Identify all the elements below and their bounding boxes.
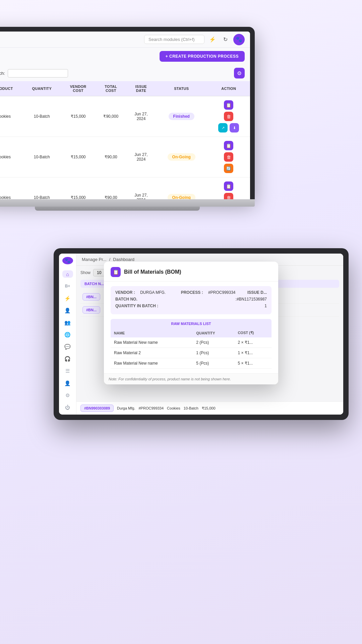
bom-batchno-label: BATCH NO. [115,297,137,302]
sidebar-item-list[interactable]: ☰ [62,367,73,375]
bom-material-cost: 5 × ₹1... [234,358,272,369]
cell-product: Cookies [0,96,22,137]
laptop-screen: ⚡ ↻ 🐾 + CREATE PRODUCTION PROCESS Search… [0,32,250,199]
bom-icon-btn[interactable]: 📋 [111,267,121,277]
bom-material-name: Raw Material 2 [111,348,193,358]
sidebar-item-batch[interactable]: B+ [62,282,73,290]
col-issue-date: ISSUEDATE [127,81,156,96]
cell-action: 📋 🗑 🔄 [207,177,250,200]
bottom-quantity: 10-Batch [184,406,198,410]
tablet-manage-label: Manage Pr... [82,257,107,262]
bom-qty-value: 1 [264,304,267,308]
refresh-btn[interactable]: 🔄 [224,164,233,173]
bom-material-cost: 2 × ₹1... [234,337,272,348]
create-btn-bar: + CREATE PRODUCTION PROCESS [0,48,250,65]
bom-batch-row: BATCH NO. :#BN1171536987 [115,297,267,302]
action-col: 📋 🗑 🔄 [210,140,247,174]
production-table-container: PRODUCT QUANTITY VENDORCOST TOTALCOST IS… [0,81,250,199]
cell-total-cost: ₹90,000 [95,96,127,137]
bom-raw-header: RAW MATERIALS LIST [111,319,272,328]
search-modules-input[interactable] [144,35,204,44]
bom-note: Note: For confidentiality of process, pr… [104,373,278,384]
bom-modal-header: 📋 Bill of Materials (BOM) [104,262,278,281]
bom-material-row: Raw Material New name 2 (Pcs) 2 × ₹1... [111,337,272,348]
laptop-base [0,199,255,207]
table-row: Cookies 10-Batch ₹15,000 ₹90,000 Jun 27,… [0,96,250,137]
bom-material-qty: 2 (Pcs) [193,337,234,348]
sidebar-item-settings[interactable]: ⚙ [62,392,73,399]
col-action: ACTION [207,81,250,96]
sidebar-item-group[interactable]: 👥 [62,319,73,326]
action-col: 📋 🗑 🔄 [210,181,247,199]
cell-vendor-cost: ₹15,000 [61,137,95,177]
cell-product: Cookies [0,177,22,200]
tablet-sidebar: 🐾 ⌂ B+ ⚡ 👤 👥 🌐 💬 🎧 ☰ 👤 ⚙ ⏻ [59,254,76,415]
cell-product: Cookies [0,137,22,177]
tablet-dashboard-label: Dashboard [113,257,134,262]
tablet-row-data: — [272,290,339,304]
bom-qty-row: QUANTITY IN BATCH : 1 [115,304,267,308]
sidebar-item-home[interactable]: ⌂ [62,270,73,278]
sidebar-item-power[interactable]: ⏻ [62,404,73,411]
status-badge-ongoing: On-Going [168,194,195,199]
bom-vendor-row: VENDOR : DURGA MFG. PROCESS : #PROC99933… [115,290,267,295]
tablet-row-data: — [272,304,339,317]
cell-status: Finished [156,96,207,137]
sidebar-logo: 🐾 [62,257,73,264]
table-header-row: PRODUCT QUANTITY VENDORCOST TOTALCOST IS… [0,81,250,96]
bom-meta-section: VENDOR : DURGA MFG. PROCESS : #PROC99933… [111,286,272,314]
bom-process-value: #PROC999334 [208,290,235,295]
col-status: STATUS [156,81,207,96]
bom-col-cost: COST (₹) [234,328,272,337]
batch-tag-btn[interactable]: #BN... [82,306,100,314]
import-btn[interactable]: ⬇ [230,123,239,132]
bom-process-label: PROCESS : [181,290,203,295]
bottom-batch-tag[interactable]: #BN990303089 [80,405,114,412]
settings-button[interactable]: ⚙ [234,68,245,78]
cell-quantity: 10-Batch [22,177,61,200]
search-bar-row: Search: ⚙ [0,65,250,81]
search-input[interactable] [8,69,68,77]
cell-quantity: 10-Batch [22,137,61,177]
sidebar-item-headphone[interactable]: 🎧 [62,355,73,363]
cell-total-cost: ₹90,00 [95,137,127,177]
app-logo: 🐾 [233,34,245,45]
laptop-screen-wrapper: ⚡ ↻ 🐾 + CREATE PRODUCTION PROCESS Search… [0,27,255,199]
bom-material-row: Raw Material New name 5 (Pcs) 5 × ₹1... [111,358,272,369]
export-btn[interactable]: ↗ [218,123,228,132]
delete-btn[interactable]: 🗑 [224,112,233,121]
search-label: Search: [0,71,5,76]
production-table: PRODUCT QUANTITY VENDORCOST TOTALCOST IS… [0,81,250,199]
bom-material-row: Raw Material 2 1 (Pcs) 1 × ₹1... [111,348,272,358]
table-row: Cookies 10-Batch ₹15,000 ₹90,00 Jun 27,2… [0,177,250,200]
bottom-process: #PROC999334 [139,406,164,410]
view-btn[interactable]: 📋 [224,141,233,150]
cell-action: 📋 🗑 ↗ ⬇ [207,96,250,137]
sidebar-item-globe[interactable]: 🌐 [62,331,73,338]
cell-status: On-Going [156,177,207,200]
sidebar-item-users[interactable]: 👤 [62,307,73,314]
bom-material-qty: 5 (Pcs) [193,358,234,369]
sidebar-item-person[interactable]: 👤 [62,380,73,387]
laptop-device: ⚡ ↻ 🐾 + CREATE PRODUCTION PROCESS Search… [0,27,255,211]
view-btn[interactable]: 📋 [224,100,233,110]
create-production-btn[interactable]: + CREATE PRODUCTION PROCESS [160,51,245,62]
batch-tag-btn[interactable]: #BN... [82,293,100,301]
breadcrumb-sep: / [109,257,111,262]
bom-issue-label: ISSUE D... [247,290,267,295]
sidebar-item-chat[interactable]: 💬 [62,343,73,351]
sidebar-item-filter[interactable]: ⚡ [62,294,73,302]
tablet-bottom-row: #BN990303089 Durga Mfg. #PROC999334 Cook… [76,401,343,415]
cell-issue-date: Jun 27,2024 [127,177,156,200]
refresh-icon[interactable]: ↻ [221,35,230,44]
delete-btn[interactable]: 🗑 [224,193,233,199]
filter-icon[interactable]: ⚡ [208,35,217,44]
bom-material-qty: 1 (Pcs) [193,348,234,358]
bom-table-header: NAME QUANTITY COST (₹) [111,328,272,337]
laptop-topbar: ⚡ ↻ 🐾 [0,32,250,48]
view-btn[interactable]: 📋 [224,181,233,191]
col-quantity: QUANTITY [22,81,61,96]
bottom-product: Cookies [167,406,180,410]
delete-btn[interactable]: 🗑 [224,152,233,162]
bom-col-quantity: QUANTITY [193,328,234,337]
